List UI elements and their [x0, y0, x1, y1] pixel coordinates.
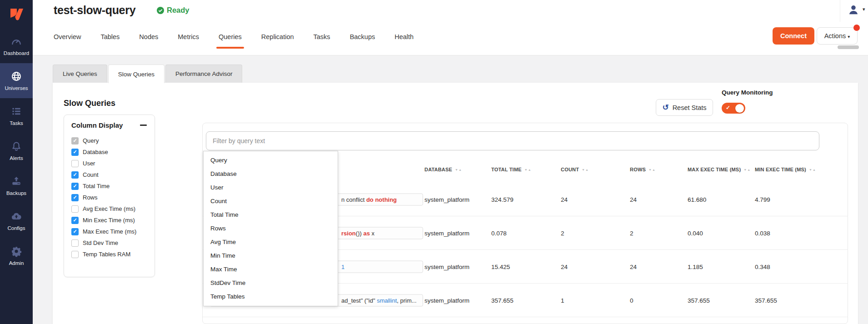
checkbox-label: Max Exec Time (ms)	[83, 228, 136, 235]
column-header-label: DATABASE	[424, 167, 452, 172]
column-option-max-exec-time-ms[interactable]: ✓Max Exec Time (ms)	[71, 226, 147, 237]
dropdown-item-stddev-time[interactable]: StdDev Time	[204, 276, 338, 290]
tab-nodes[interactable]: Nodes	[139, 22, 158, 52]
column-header-label: ROWS	[630, 167, 646, 172]
query-monitoring-toggle[interactable]: ✓	[722, 103, 745, 114]
query-filter-input[interactable]	[206, 131, 819, 150]
cell-max_exec_ms: 61.680	[688, 196, 706, 203]
tab-overview[interactable]: Overview	[54, 22, 81, 52]
query-token: n conflict	[341, 196, 366, 203]
sort-icons[interactable]: ▼▲	[649, 168, 656, 171]
column-option-query[interactable]: ✓Query	[71, 135, 147, 146]
dropdown-item-user[interactable]: User	[204, 181, 338, 194]
checkbox-total-time[interactable]: ✓	[71, 183, 79, 190]
tab-metrics[interactable]: Metrics	[178, 22, 199, 52]
sidebar-item-universes[interactable]: Universes	[0, 63, 33, 98]
dropdown-item-avg-time[interactable]: Avg Time	[204, 235, 338, 249]
cell-count: 1	[561, 297, 564, 304]
sort-icons[interactable]: ▼▲	[809, 168, 816, 171]
dropdown-item-database[interactable]: Database	[204, 167, 338, 181]
checkbox-rows[interactable]: ✓	[71, 194, 79, 201]
tab-queries[interactable]: Queries	[219, 22, 242, 52]
dropdown-item-min-time[interactable]: Min Time	[204, 249, 338, 263]
column-header-total-time[interactable]: TOTAL TIME▼▲	[491, 167, 532, 172]
toggle-check-icon: ✓	[726, 105, 730, 111]
dropdown-item-rows[interactable]: Rows	[204, 222, 338, 235]
dropdown-item-query[interactable]: Query	[204, 154, 338, 167]
sidebar-item-configs[interactable]: Configs	[0, 203, 33, 238]
checkbox-database[interactable]: ✓	[71, 149, 79, 156]
actions-button[interactable]: Actions▾	[817, 27, 858, 45]
column-header-max-exec-time-ms[interactable]: MAX EXEC TIME (MS)▼▲	[688, 167, 751, 172]
sidebar-item-tasks[interactable]: Tasks	[0, 98, 33, 133]
sort-icons[interactable]: ▼▲	[582, 168, 589, 171]
yugabyte-logo-icon[interactable]	[0, 0, 33, 28]
checkbox-count[interactable]: ✓	[71, 171, 79, 179]
tab-backups[interactable]: Backups	[350, 22, 375, 52]
column-header-rows[interactable]: ROWS▼▲	[630, 167, 656, 172]
sidebar-item-alerts[interactable]: Alerts	[0, 133, 33, 168]
tab-tables[interactable]: Tables	[100, 22, 120, 52]
checkbox-label: Min Exec Time (ms)	[83, 217, 135, 224]
sidebar-item-backups[interactable]: Backups	[0, 168, 33, 203]
query-token: , prim...	[397, 297, 416, 304]
user-avatar-icon[interactable]	[847, 4, 860, 16]
checkbox-temp-tables-ram[interactable]	[71, 251, 79, 258]
sidebar-item-dashboard[interactable]: Dashboard	[0, 28, 33, 63]
sort-icons[interactable]: ▼▲	[455, 168, 462, 171]
cell-count: 2	[561, 229, 564, 236]
query-token: 1	[341, 263, 344, 270]
column-option-rows[interactable]: ✓Rows	[71, 192, 147, 203]
subtab-live-queries[interactable]: Live Queries	[53, 65, 107, 83]
reset-stats-button[interactable]: ↺ Reset Stats	[656, 99, 713, 116]
checkbox-min-exec-time-ms[interactable]: ✓	[71, 217, 79, 224]
dropdown-item-max-time[interactable]: Max Time	[204, 263, 338, 276]
dropdown-item-count[interactable]: Count	[204, 194, 338, 208]
tab-health[interactable]: Health	[394, 22, 414, 52]
tab-tasks[interactable]: Tasks	[314, 22, 330, 52]
checkbox-std-dev-time[interactable]	[71, 239, 79, 247]
column-option-total-time[interactable]: ✓Total Time	[71, 180, 147, 192]
dropdown-item-temp-tables[interactable]: Temp Tables	[204, 290, 338, 304]
query-token: ())	[356, 229, 364, 236]
column-option-min-exec-time-ms[interactable]: ✓Min Exec Time (ms)	[71, 214, 147, 226]
column-option-std-dev-time[interactable]: Std Dev Time	[71, 237, 147, 249]
universe-tabs: OverviewTablesNodesMetricsQueriesReplica…	[54, 22, 414, 52]
collapse-minus-icon[interactable]	[140, 122, 147, 129]
subtab-slow-queries[interactable]: Slow Queries	[108, 65, 165, 83]
subtab-performance-advisor[interactable]: Performance Advisor	[165, 65, 242, 83]
sidebar-item-admin[interactable]: Admin	[0, 238, 33, 273]
user-menu-caret-icon[interactable]: ▾	[863, 6, 865, 12]
query-monitoring-label: Query Monitoring	[722, 89, 773, 96]
checkbox-max-exec-time-ms[interactable]: ✓	[71, 228, 79, 235]
column-option-user[interactable]: User	[71, 158, 147, 169]
column-header-label: COUNT	[561, 167, 579, 172]
column-header-database[interactable]: DATABASE▼▲	[424, 167, 462, 172]
column-option-avg-exec-time-ms[interactable]: Avg Exec Time (ms)	[71, 203, 147, 214]
checkbox-label: Database	[83, 149, 108, 155]
checkbox-user[interactable]	[71, 160, 79, 167]
column-header-count[interactable]: COUNT▼▲	[561, 167, 589, 172]
alert-bell-icon	[10, 140, 22, 152]
sort-icons[interactable]: ▼▲	[743, 168, 751, 171]
checkbox-query[interactable]: ✓	[71, 137, 79, 145]
cell-min_exec_ms: 0.348	[755, 263, 770, 270]
chevron-down-icon: ▾	[848, 34, 850, 39]
checkbox-label: Temp Tables RAM	[83, 251, 130, 258]
column-option-temp-tables-ram[interactable]: Temp Tables RAM	[71, 249, 147, 260]
tab-replication[interactable]: Replication	[261, 22, 294, 52]
column-header-min-exec-time-ms[interactable]: MIN EXEC TIME (MS)▼▲	[755, 167, 816, 172]
sort-icons[interactable]: ▼▲	[524, 168, 532, 171]
column-option-count[interactable]: ✓Count	[71, 169, 147, 180]
sidebar-item-label: Universes	[5, 85, 28, 91]
cell-count: 24	[561, 196, 568, 203]
connect-button[interactable]: Connect	[773, 27, 814, 45]
queries-subtabs: Live QueriesSlow QueriesPerformance Advi…	[53, 65, 243, 83]
dropdown-item-total-time[interactable]: Total Time	[204, 208, 338, 222]
cell-database: system_platform	[424, 229, 469, 236]
page-title: test-slow-query	[54, 4, 135, 17]
toggle-knob	[735, 104, 744, 113]
scrollbar-thumb[interactable]	[838, 45, 859, 49]
column-option-database[interactable]: ✓Database	[71, 146, 147, 158]
checkbox-avg-exec-time-ms[interactable]	[71, 205, 79, 213]
